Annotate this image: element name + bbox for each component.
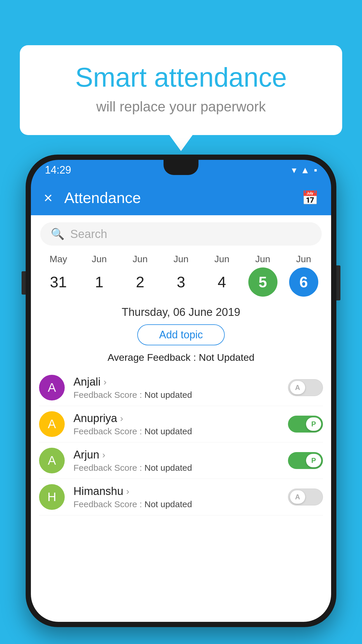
calendar-month: Jun — [173, 254, 189, 265]
add-topic-button[interactable]: Add topic — [137, 324, 225, 345]
search-bar[interactable]: 🔍 Search — [40, 222, 322, 246]
attendance-toggle[interactable]: P — [288, 416, 323, 433]
student-info: Anupriya ›Feedback Score : Not updated — [73, 412, 288, 436]
speech-bubble: Smart attendance will replace your paper… — [20, 45, 342, 135]
wifi-icon: ▾ — [292, 164, 296, 176]
student-name: Anjali › — [73, 376, 288, 388]
speech-bubble-container: Smart attendance will replace your paper… — [20, 45, 342, 135]
calendar-day[interactable]: Jun3 — [164, 254, 198, 297]
app-bar-title: Attendance — [64, 189, 302, 206]
selected-date: Thursday, 06 June 2019 — [31, 306, 331, 318]
student-feedback: Feedback Score : Not updated — [73, 463, 288, 473]
calendar-day[interactable]: Jun4 — [204, 254, 239, 297]
calendar-month: Jun — [296, 254, 311, 265]
attendance-toggle[interactable]: P — [288, 452, 323, 469]
status-time: 14:29 — [45, 164, 71, 176]
student-item[interactable]: AAnjali ›Feedback Score : Not updatedA — [39, 370, 323, 406]
calendar-date[interactable]: 6 — [289, 267, 318, 297]
attendance-toggle[interactable]: A — [288, 379, 323, 396]
status-icons: ▾ ▲ ▪ — [292, 164, 317, 176]
phone-outer: 14:29 ▾ ▲ ▪ × Attendance 📅 🔍 Search — [26, 155, 336, 627]
student-info: Anjali ›Feedback Score : Not updated — [73, 376, 288, 400]
toggle-knob: A — [290, 381, 305, 394]
calendar-date[interactable]: 3 — [166, 267, 196, 297]
search-icon: 🔍 — [51, 228, 64, 240]
toggle-knob: P — [306, 454, 321, 467]
calendar-month: Jun — [133, 254, 148, 265]
feedback-summary: Average Feedback : Not Updated — [31, 352, 331, 363]
calendar-day[interactable]: Jun5 — [245, 254, 280, 297]
calendar-month: Jun — [255, 254, 270, 265]
calendar-day[interactable]: May31 — [41, 254, 76, 297]
calendar-month: May — [50, 254, 67, 265]
chevron-right-icon: › — [126, 486, 129, 497]
toggle-knob: P — [306, 417, 321, 431]
student-item[interactable]: AArjun ›Feedback Score : Not updatedP — [39, 442, 323, 479]
calendar-date[interactable]: 5 — [248, 267, 277, 297]
calendar-month: Jun — [92, 254, 107, 265]
student-avatar: A — [39, 448, 65, 473]
status-bar: 14:29 ▾ ▲ ▪ — [31, 160, 331, 180]
signal-icon: ▲ — [301, 165, 310, 176]
student-info: Arjun ›Feedback Score : Not updated — [73, 449, 288, 473]
student-name: Arjun › — [73, 449, 288, 461]
battery-icon: ▪ — [314, 165, 317, 176]
student-item[interactable]: AAnupriya ›Feedback Score : Not updatedP — [39, 406, 323, 442]
student-item[interactable]: HHimanshu ›Feedback Score : Not updatedA — [39, 479, 323, 515]
student-feedback: Feedback Score : Not updated — [73, 390, 288, 400]
chevron-right-icon: › — [103, 377, 107, 387]
student-feedback: Feedback Score : Not updated — [73, 426, 288, 436]
app-bar: × Attendance 📅 — [31, 180, 331, 215]
chevron-right-icon: › — [120, 413, 123, 424]
student-name: Himanshu › — [73, 485, 288, 498]
student-name: Anupriya › — [73, 412, 288, 425]
attendance-toggle[interactable]: A — [288, 489, 323, 505]
calendar-strip: May31Jun1Jun2Jun3Jun4Jun5Jun6 — [31, 246, 331, 301]
close-button[interactable]: × — [44, 190, 52, 205]
calendar-date[interactable]: 31 — [44, 267, 73, 297]
student-avatar: A — [39, 411, 65, 437]
calendar-month: Jun — [214, 254, 229, 265]
calendar-date[interactable]: 1 — [85, 267, 114, 297]
notch — [164, 160, 198, 175]
calendar-icon[interactable]: 📅 — [302, 190, 318, 206]
calendar-date[interactable]: 4 — [207, 267, 236, 297]
student-feedback: Feedback Score : Not updated — [73, 499, 288, 509]
calendar-date[interactable]: 2 — [126, 267, 155, 297]
speech-bubble-subtitle: will replace your paperwork — [43, 99, 319, 115]
student-info: Himanshu ›Feedback Score : Not updated — [73, 485, 288, 509]
feedback-value: Not Updated — [199, 352, 254, 363]
phone-container: 14:29 ▾ ▲ ▪ × Attendance 📅 🔍 Search — [26, 155, 336, 644]
search-placeholder: Search — [70, 228, 107, 241]
power-button-right — [336, 265, 340, 300]
chevron-right-icon: › — [102, 449, 106, 460]
calendar-day[interactable]: Jun6 — [286, 254, 321, 297]
student-avatar: A — [39, 375, 65, 400]
phone-screen: 🔍 Search May31Jun1Jun2Jun3Jun4Jun5Jun6 T… — [31, 215, 331, 622]
student-avatar: H — [39, 484, 65, 510]
phone-inner: 14:29 ▾ ▲ ▪ × Attendance 📅 🔍 Search — [31, 160, 331, 622]
calendar-day[interactable]: Jun1 — [82, 254, 117, 297]
volume-button-left — [22, 271, 26, 295]
calendar-day[interactable]: Jun2 — [123, 254, 158, 297]
toggle-knob: A — [290, 490, 305, 504]
feedback-label-text: Average Feedback : — [108, 352, 199, 363]
student-list: AAnjali ›Feedback Score : Not updatedAAA… — [31, 370, 331, 515]
speech-bubble-title: Smart attendance — [43, 63, 319, 92]
